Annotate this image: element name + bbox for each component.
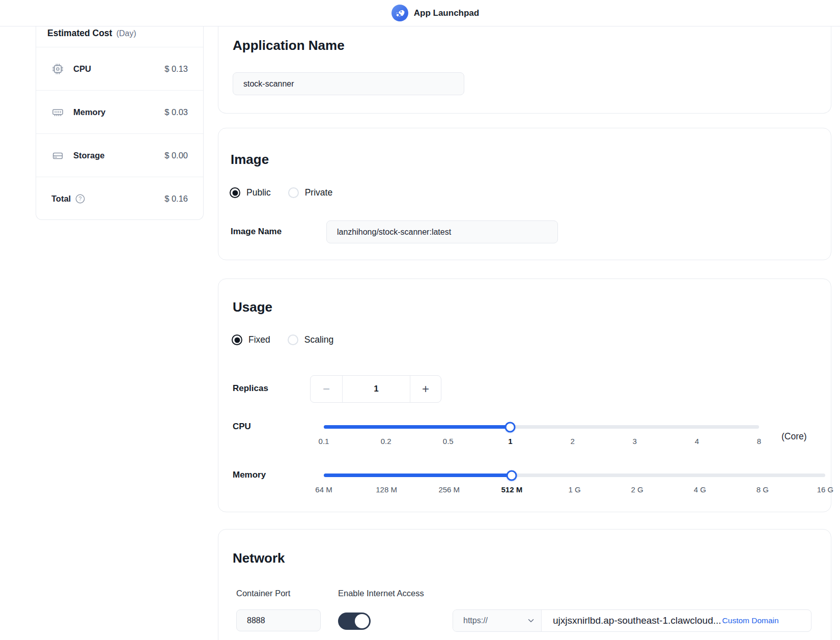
chevron-down-icon bbox=[528, 619, 534, 623]
image-card: Image Public Private Image Name bbox=[218, 128, 831, 260]
cpu-slider-fill bbox=[324, 425, 510, 429]
radio-selected-icon[interactable] bbox=[230, 187, 240, 198]
storage-icon bbox=[51, 149, 64, 162]
domain-field[interactable]: ujxjsxnirlbd.ap-southeast-1.clawcloud...… bbox=[542, 610, 811, 631]
container-port-input[interactable] bbox=[236, 609, 321, 631]
toggle-knob bbox=[355, 614, 369, 628]
generated-domain: ujxjsxnirlbd.ap-southeast-1.clawcloud... bbox=[553, 615, 721, 626]
replicas-stepper: − 1 + bbox=[310, 375, 441, 403]
cost-item-value: $ 0.00 bbox=[164, 151, 188, 160]
usage-mode-radios: Fixed Scaling bbox=[232, 335, 333, 345]
cost-item-value: $ 0.13 bbox=[164, 64, 188, 74]
url-control: https:// ujxjsxnirlbd.ap-southeast-1.cla… bbox=[453, 609, 811, 632]
cost-item-label: Storage bbox=[73, 151, 104, 160]
radio-fixed[interactable]: Fixed bbox=[232, 335, 270, 345]
page-title: App Launchpad bbox=[414, 8, 479, 18]
memory-tick: 1 G bbox=[568, 484, 580, 495]
internet-access-toggle[interactable] bbox=[338, 613, 371, 630]
radio-scaling[interactable]: Scaling bbox=[288, 335, 333, 345]
memory-tick: 2 G bbox=[631, 484, 643, 495]
image-name-label: Image Name bbox=[231, 227, 282, 237]
cpu-slider[interactable] bbox=[324, 425, 759, 429]
cpu-slider-ticks: 0.1 0.2 0.5 1 2 3 4 8 bbox=[324, 436, 759, 447]
replicas-increase-button[interactable]: + bbox=[410, 376, 441, 402]
cost-row-storage: Storage $ 0.00 bbox=[36, 133, 203, 177]
top-header: App Launchpad bbox=[0, 0, 840, 26]
cost-row-memory: Memory $ 0.03 bbox=[36, 90, 203, 133]
network-heading: Network bbox=[233, 550, 285, 566]
replicas-decrease-button[interactable]: − bbox=[311, 376, 342, 402]
usage-card: Usage Fixed Scaling Replicas − 1 + CPU 0… bbox=[218, 279, 831, 512]
memory-icon bbox=[51, 106, 64, 119]
protocol-value: https:// bbox=[463, 616, 488, 625]
memory-slider[interactable] bbox=[324, 474, 825, 477]
cost-row-cpu: CPU $ 0.13 bbox=[36, 47, 203, 90]
memory-slider-handle[interactable] bbox=[507, 470, 517, 481]
cpu-tick: 8 bbox=[757, 436, 761, 447]
application-name-card: Application Name bbox=[218, 26, 831, 114]
container-port-label: Container Port bbox=[236, 589, 290, 598]
enable-internet-access-label: Enable Internet Access bbox=[338, 589, 424, 598]
memory-tick: 16 G bbox=[817, 484, 834, 495]
help-icon[interactable]: ? bbox=[75, 193, 86, 204]
cpu-slider-handle[interactable] bbox=[505, 422, 516, 432]
network-card: Network Container Port Enable Internet A… bbox=[218, 529, 831, 640]
memory-tick: 64 M bbox=[315, 484, 332, 495]
cost-item-label: CPU bbox=[73, 64, 91, 74]
cpu-tick: 4 bbox=[695, 436, 699, 447]
memory-tick: 256 M bbox=[438, 484, 460, 495]
replicas-value[interactable]: 1 bbox=[342, 376, 410, 402]
usage-heading: Usage bbox=[233, 299, 272, 315]
cpu-tick: 0.2 bbox=[381, 436, 391, 447]
cpu-tick: 0.5 bbox=[443, 436, 454, 447]
memory-tick-selected: 512 M bbox=[501, 484, 523, 495]
application-name-heading: Application Name bbox=[233, 38, 345, 53]
radio-selected-icon[interactable] bbox=[232, 335, 242, 345]
cpu-tick: 3 bbox=[633, 436, 637, 447]
app-launchpad-page: App Launchpad Estimated Cost (Day) CPU $… bbox=[0, 0, 840, 640]
memory-tick: 128 M bbox=[376, 484, 397, 495]
cost-row-total: Total ? $ 0.16 bbox=[36, 177, 203, 220]
rocket-icon bbox=[391, 5, 408, 21]
total-label: Total bbox=[51, 194, 71, 204]
cost-panel-period: (Day) bbox=[116, 29, 136, 38]
image-name-input[interactable] bbox=[326, 220, 558, 243]
memory-slider-fill bbox=[324, 474, 512, 477]
estimated-cost-panel: Estimated Cost (Day) CPU $ 0.13 Memory $… bbox=[36, 26, 204, 220]
radio-unselected-icon[interactable] bbox=[288, 335, 298, 345]
cost-panel-title: Estimated Cost bbox=[47, 28, 112, 39]
radio-public[interactable]: Public bbox=[230, 187, 271, 198]
svg-text:?: ? bbox=[79, 196, 82, 202]
cpu-tick: 2 bbox=[570, 436, 574, 447]
radio-private[interactable]: Private bbox=[288, 187, 332, 198]
replicas-label: Replicas bbox=[233, 383, 268, 394]
cpu-icon bbox=[51, 63, 64, 75]
cpu-tick: 0.1 bbox=[319, 436, 329, 447]
image-heading: Image bbox=[231, 152, 269, 168]
memory-tick: 4 G bbox=[694, 484, 706, 495]
cpu-tick-selected: 1 bbox=[508, 436, 512, 447]
cpu-slider-label: CPU bbox=[233, 422, 251, 432]
cost-item-label: Memory bbox=[73, 107, 105, 117]
image-visibility-radios: Public Private bbox=[230, 187, 332, 198]
total-value: $ 0.16 bbox=[164, 194, 188, 204]
cpu-unit-label: (Core) bbox=[781, 431, 807, 442]
protocol-select[interactable]: https:// bbox=[453, 610, 542, 631]
memory-slider-ticks: 64 M 128 M 256 M 512 M 1 G 2 G 4 G 8 G 1… bbox=[324, 484, 825, 495]
memory-slider-label: Memory bbox=[233, 470, 266, 480]
cost-item-value: $ 0.03 bbox=[164, 107, 188, 117]
radio-unselected-icon[interactable] bbox=[288, 187, 299, 198]
memory-tick: 8 G bbox=[757, 484, 769, 495]
custom-domain-link[interactable]: Custom Domain bbox=[722, 616, 779, 625]
application-name-input[interactable] bbox=[233, 72, 464, 95]
